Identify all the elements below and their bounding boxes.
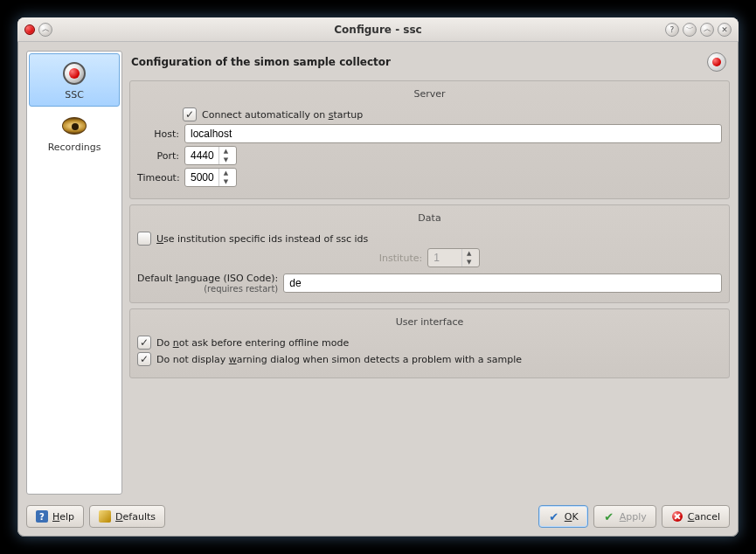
sidebar-item-ssc[interactable]: SSC [29, 53, 120, 107]
maximize-button[interactable]: ︿ [700, 23, 714, 37]
sidebar-item-recordings[interactable]: Recordings [29, 107, 120, 158]
ok-button[interactable]: ✔ OK [538, 505, 588, 528]
dialog-button-bar: ? Help Defaults ✔ OK ✔ Apply Cancel [26, 502, 730, 528]
timeout-down[interactable]: ▼ [219, 177, 232, 186]
sidebar-item-label: Recordings [31, 142, 118, 153]
offline-mode-checkbox[interactable] [137, 336, 151, 350]
data-group: Data Use institution specific ids instea… [129, 204, 730, 303]
timeout-input[interactable] [185, 171, 218, 184]
institute-up: ▲ [462, 249, 475, 258]
language-input[interactable] [283, 274, 722, 293]
defaults-button[interactable]: Defaults [89, 505, 165, 528]
offline-mode-label: Do not ask before entering offline mode [156, 337, 349, 349]
app-menu-icon[interactable] [24, 24, 35, 35]
timeout-spinner[interactable]: ▲▼ [184, 168, 237, 187]
warning-dialog-label: Do not display warning dialog when simon… [156, 354, 522, 365]
institution-ids-checkbox[interactable] [137, 232, 151, 246]
port-up[interactable]: ▲ [219, 147, 232, 156]
port-input[interactable] [185, 149, 218, 162]
institution-ids-label: Use institution specific ids instead of … [156, 233, 368, 245]
warning-dialog-checkbox[interactable] [137, 352, 151, 366]
cancel-button[interactable]: Cancel [662, 505, 730, 528]
record-indicator-icon [707, 52, 726, 72]
server-group: Server Connect automatically on startup … [129, 80, 730, 199]
help-button[interactable]: ? Help [26, 505, 84, 528]
port-down[interactable]: ▼ [219, 156, 232, 164]
institute-label: Institute: [379, 253, 422, 264]
port-spinner[interactable]: ▲▼ [184, 146, 237, 165]
help-icon: ? [36, 510, 48, 523]
language-label: Default language (ISO Code): [137, 273, 278, 284]
cancel-icon [671, 510, 683, 523]
close-button[interactable]: ✕ [718, 23, 732, 37]
timeout-up[interactable]: ▲ [219, 169, 232, 177]
content-area: SSC Recordings Configuration of the simo… [17, 42, 739, 537]
language-note: (requires restart) [137, 284, 278, 294]
window-title: Configure - ssc [17, 24, 739, 36]
titlebar: ︿ Configure - ssc ? ﹀ ︿ ✕ [17, 17, 739, 42]
settings-pane: Configuration of the simon sample collec… [129, 51, 730, 495]
category-sidebar: SSC Recordings [26, 51, 122, 495]
apply-icon: ✔ [603, 510, 615, 523]
host-input[interactable] [184, 124, 722, 143]
group-title-ui: User interface [137, 315, 722, 333]
port-label: Port: [137, 150, 179, 162]
connect-auto-checkbox[interactable] [183, 107, 197, 121]
speaker-icon [60, 112, 88, 140]
page-title: Configuration of the simon sample collec… [131, 56, 391, 68]
config-window: ︿ Configure - ssc ? ﹀ ︿ ✕ SSC [17, 17, 739, 537]
ui-group: User interface Do not ask before enterin… [129, 308, 730, 378]
sidebar-item-label: SSC [31, 89, 117, 100]
group-title-data: Data [137, 211, 722, 229]
institute-spinner: ▲▼ [427, 248, 480, 267]
institute-input [428, 252, 461, 264]
apply-button[interactable]: ✔ Apply [593, 505, 656, 528]
institute-down: ▼ [462, 258, 475, 267]
defaults-icon [99, 510, 111, 523]
whats-this-button[interactable]: ? [665, 23, 679, 37]
group-title-server: Server [137, 87, 722, 105]
ok-icon: ✔ [548, 510, 560, 523]
host-label: Host: [137, 128, 179, 140]
record-icon [60, 59, 88, 87]
minimize-button[interactable]: ﹀ [683, 23, 697, 37]
keep-above-button[interactable]: ︿ [38, 23, 52, 37]
timeout-label: Timeout: [137, 172, 179, 184]
connect-auto-label: Connect automatically on startup [202, 109, 363, 121]
